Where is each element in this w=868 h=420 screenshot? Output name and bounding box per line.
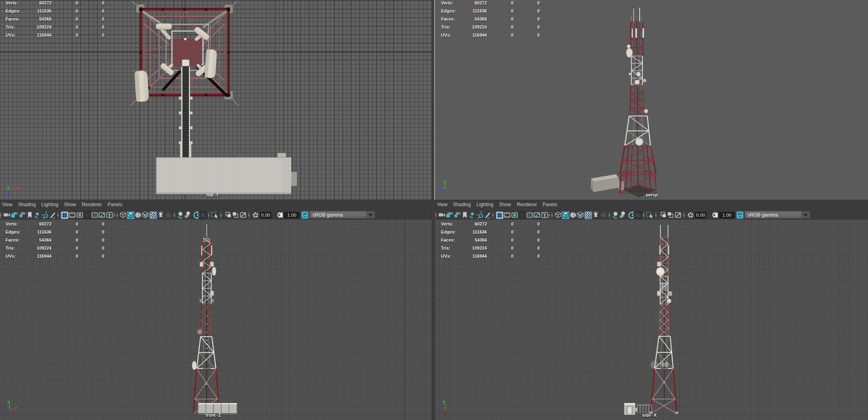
svg-text:y: y [7, 185, 10, 190]
svg-text:0.00: 0.00 [261, 213, 270, 217]
svg-text:z: z [439, 405, 441, 410]
svg-text:z: z [7, 405, 10, 410]
svg-text:ON: ON [303, 214, 307, 217]
svg-text:sRGB gamma: sRGB gamma [313, 212, 343, 218]
svg-text:sRGB gamma: sRGB gamma [748, 212, 778, 218]
svg-text:1.00: 1.00 [722, 213, 731, 217]
svg-text:0.00: 0.00 [696, 213, 705, 217]
svg-text:T: T [108, 213, 111, 218]
svg-text:y: y [444, 179, 447, 184]
svg-text:y: y [443, 399, 446, 404]
svg-text:1.00: 1.00 [287, 213, 296, 217]
svg-text:x: x [16, 185, 19, 190]
svg-text:T: T [543, 213, 546, 218]
svg-text:x: x [444, 405, 447, 410]
svg-text:x: x [441, 185, 443, 190]
svg-text:y: y [8, 399, 10, 404]
svg-text:z: z [7, 192, 10, 197]
svg-text:ON: ON [738, 214, 742, 217]
svg-text:x: x [15, 405, 18, 410]
